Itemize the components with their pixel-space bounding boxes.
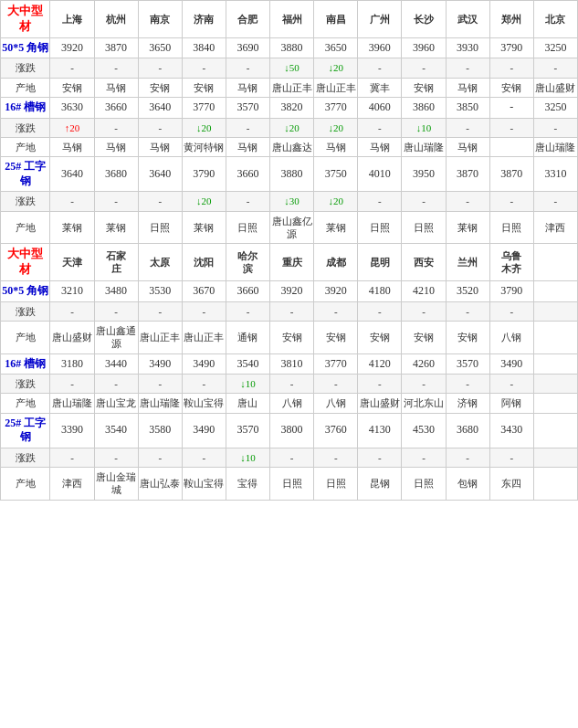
section-header-label: 大中型材 [7, 4, 43, 33]
price-cell-2: 3800 [281, 423, 303, 436]
origin-cell: 津西 [545, 222, 565, 233]
rise-cell-2: - [203, 452, 206, 463]
rise-label: 涨跌 [16, 122, 36, 133]
rise-cell-2: - [114, 452, 118, 463]
rise-cell-2: - [158, 306, 162, 317]
city-header-2: 成都 [326, 257, 346, 268]
city-header-2: 乌鲁木齐 [501, 250, 521, 274]
origin-cell: 莱钢 [62, 222, 82, 233]
price-cell: 3950 [413, 167, 435, 180]
city-header: 南昌 [326, 14, 346, 25]
origin-cell-2: 唐山盛财 [52, 332, 92, 343]
price-cell-2: 3810 [281, 357, 303, 370]
rise-cell-2: - [290, 378, 294, 389]
rise-cell-2: - [70, 306, 74, 317]
city-header: 郑州 [501, 14, 521, 25]
price-cell: 3630 [61, 100, 83, 113]
city-header: 南京 [150, 14, 170, 25]
rise-cell-2: - [510, 452, 513, 463]
rise-cell-2: - [466, 378, 469, 389]
price-cell-2: 4130 [369, 423, 391, 436]
origin-cell: 安钢 [150, 82, 170, 93]
origin-cell-2: 唐山瑞隆 [140, 397, 180, 408]
rise-cell-2: - [70, 378, 74, 389]
header-row-2: 大中型材天津石家庄太原沈阳哈尔滨重庆成都昆明西安兰州乌鲁木齐 [1, 244, 578, 281]
price-cell-2: 4530 [413, 423, 435, 436]
rise-cell-2: - [422, 452, 426, 463]
city-header-2: 兰州 [457, 257, 478, 268]
origin-cell-2: 唐山鑫通源 [96, 325, 136, 349]
origin-cell: 马钢 [457, 142, 478, 153]
origin-cell-2: 唐山盛财 [360, 397, 400, 408]
origin-cell-2: 阿钢 [501, 397, 521, 408]
price-table: 大中型材上海杭州南京济南合肥福州南昌广州长沙武汉郑州北京50*5 角钢39203… [0, 0, 578, 501]
origin-cell: 日照 [237, 222, 257, 233]
rise-cell-2: - [510, 378, 513, 389]
rise-cell-2: - [290, 306, 294, 317]
price-cell-2: 4210 [413, 284, 435, 297]
price-cell: 3310 [544, 167, 566, 180]
origin-cell-2: 唐山瑞隆 [52, 397, 92, 408]
rise-cell-2: - [290, 452, 294, 463]
price-cell-2: 3210 [61, 284, 83, 297]
rise-cell: ↓30 [284, 195, 300, 206]
origin-cell: 唐山盛财 [535, 82, 575, 93]
origin-cell-2: 安钢 [282, 332, 302, 343]
product-name-2: 50*5 角钢 [2, 284, 48, 297]
origin-cell: 唐山瑞隆 [535, 142, 575, 153]
origin-cell: 安钢 [62, 82, 82, 93]
rise-cell-2: - [422, 378, 426, 389]
origin-cell-2: 包钢 [457, 478, 478, 489]
origin-cell-2: 河北东山 [404, 397, 444, 408]
origin-cell: 马钢 [62, 142, 82, 153]
section-header-label-2: 大中型材 [7, 247, 43, 276]
header-row-1: 大中型材上海杭州南京济南合肥福州南昌广州长沙武汉郑州北京 [1, 1, 578, 38]
origin-label-2: 产地 [16, 478, 36, 489]
rise-cell: - [158, 122, 162, 133]
rise-cell: - [510, 122, 513, 133]
rise-cell: - [247, 62, 250, 73]
price-cell: 3570 [236, 100, 258, 113]
product-name-2: 16# 槽钢 [5, 357, 46, 370]
rise-cell: - [158, 62, 162, 73]
origin-cell: 莱钢 [457, 222, 478, 233]
rise-cell: - [247, 195, 250, 206]
price-cell: 4010 [369, 167, 391, 180]
price-cell: 3250 [544, 41, 566, 54]
origin-cell-2: 安钢 [370, 332, 390, 343]
product-row: 25# 工字钢364036803640379036603880375040103… [1, 157, 578, 192]
rise-cell-2: - [114, 306, 118, 317]
origin-cell: 唐山鑫达 [272, 142, 312, 153]
rise-cell-2: - [378, 452, 382, 463]
price-cell-2: 3180 [61, 357, 83, 370]
rise-cell-2: ↓10 [240, 378, 256, 389]
rise-label-2: 涨跌 [16, 378, 36, 389]
rise-cell: - [247, 122, 250, 133]
origin-cell: 马钢 [150, 142, 170, 153]
origin-cell-2: 昆钢 [370, 478, 390, 489]
origin-cell-2: 鞍山宝得 [184, 397, 224, 408]
rise-cell: - [422, 195, 426, 206]
origin-cell-2: 安钢 [414, 332, 434, 343]
city-header: 上海 [62, 14, 82, 25]
product-name-2: 25# 工字钢 [5, 417, 46, 444]
product-row-2: 16# 槽钢3180344034903490354038103770412042… [1, 353, 578, 375]
origin-label-2: 产地 [16, 332, 36, 343]
rise-cell-2: - [334, 452, 338, 463]
city-header: 长沙 [414, 14, 434, 25]
origin-cell-2: 通钢 [237, 332, 257, 343]
price-cell: 3790 [193, 167, 215, 180]
rise-cell: - [158, 195, 162, 206]
rise-cell-2: - [466, 306, 469, 317]
price-cell: 3660 [236, 167, 258, 180]
rise-label: 涨跌 [16, 62, 36, 73]
origin-cell: 安钢 [501, 82, 521, 93]
rise-row: 涨跌↑20--↓20-↓20↓20-↓10--- [1, 118, 578, 137]
rise-cell: - [466, 62, 469, 73]
rise-cell-2: - [203, 306, 206, 317]
price-cell-2: 4120 [369, 357, 391, 370]
origin-cell-2: 日照 [282, 478, 302, 489]
origin-cell: 唐山瑞隆 [404, 142, 444, 153]
origin-cell-2: 宝得 [237, 478, 257, 489]
rise-row-2: 涨跌----↓10------ [1, 375, 578, 394]
